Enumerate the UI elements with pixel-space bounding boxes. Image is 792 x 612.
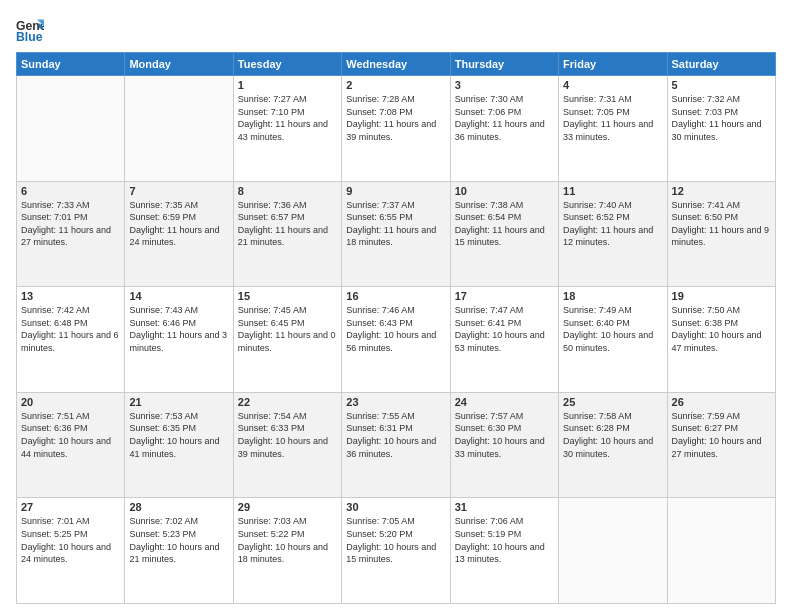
calendar-cell: 11Sunrise: 7:40 AM Sunset: 6:52 PM Dayli…: [559, 181, 667, 287]
day-number: 12: [672, 185, 771, 197]
day-number: 19: [672, 290, 771, 302]
day-number: 14: [129, 290, 228, 302]
cell-details: Sunrise: 7:42 AM Sunset: 6:48 PM Dayligh…: [21, 304, 120, 354]
calendar-cell: 15Sunrise: 7:45 AM Sunset: 6:45 PM Dayli…: [233, 287, 341, 393]
calendar-cell: 9Sunrise: 7:37 AM Sunset: 6:55 PM Daylig…: [342, 181, 450, 287]
weekday-header: Monday: [125, 53, 233, 76]
weekday-header: Wednesday: [342, 53, 450, 76]
day-number: 28: [129, 501, 228, 513]
logo: General Blue: [16, 16, 48, 44]
day-number: 29: [238, 501, 337, 513]
cell-details: Sunrise: 7:37 AM Sunset: 6:55 PM Dayligh…: [346, 199, 445, 249]
cell-details: Sunrise: 7:50 AM Sunset: 6:38 PM Dayligh…: [672, 304, 771, 354]
calendar-cell: [667, 498, 775, 604]
calendar-cell: 4Sunrise: 7:31 AM Sunset: 7:05 PM Daylig…: [559, 76, 667, 182]
cell-details: Sunrise: 7:01 AM Sunset: 5:25 PM Dayligh…: [21, 515, 120, 565]
cell-details: Sunrise: 7:27 AM Sunset: 7:10 PM Dayligh…: [238, 93, 337, 143]
calendar-week-row: 6Sunrise: 7:33 AM Sunset: 7:01 PM Daylig…: [17, 181, 776, 287]
calendar-cell: 23Sunrise: 7:55 AM Sunset: 6:31 PM Dayli…: [342, 392, 450, 498]
calendar-cell: 13Sunrise: 7:42 AM Sunset: 6:48 PM Dayli…: [17, 287, 125, 393]
day-number: 4: [563, 79, 662, 91]
cell-details: Sunrise: 7:49 AM Sunset: 6:40 PM Dayligh…: [563, 304, 662, 354]
calendar-cell: 1Sunrise: 7:27 AM Sunset: 7:10 PM Daylig…: [233, 76, 341, 182]
cell-details: Sunrise: 7:33 AM Sunset: 7:01 PM Dayligh…: [21, 199, 120, 249]
calendar-cell: 22Sunrise: 7:54 AM Sunset: 6:33 PM Dayli…: [233, 392, 341, 498]
calendar-cell: 20Sunrise: 7:51 AM Sunset: 6:36 PM Dayli…: [17, 392, 125, 498]
day-number: 23: [346, 396, 445, 408]
day-number: 26: [672, 396, 771, 408]
day-number: 6: [21, 185, 120, 197]
cell-details: Sunrise: 7:59 AM Sunset: 6:27 PM Dayligh…: [672, 410, 771, 460]
calendar-week-row: 27Sunrise: 7:01 AM Sunset: 5:25 PM Dayli…: [17, 498, 776, 604]
day-number: 7: [129, 185, 228, 197]
cell-details: Sunrise: 7:43 AM Sunset: 6:46 PM Dayligh…: [129, 304, 228, 354]
calendar-cell: 28Sunrise: 7:02 AM Sunset: 5:23 PM Dayli…: [125, 498, 233, 604]
cell-details: Sunrise: 7:55 AM Sunset: 6:31 PM Dayligh…: [346, 410, 445, 460]
svg-text:Blue: Blue: [16, 30, 43, 44]
calendar-header-row: SundayMondayTuesdayWednesdayThursdayFrid…: [17, 53, 776, 76]
calendar-cell: 25Sunrise: 7:58 AM Sunset: 6:28 PM Dayli…: [559, 392, 667, 498]
weekday-header: Tuesday: [233, 53, 341, 76]
cell-details: Sunrise: 7:35 AM Sunset: 6:59 PM Dayligh…: [129, 199, 228, 249]
weekday-header: Thursday: [450, 53, 558, 76]
day-number: 13: [21, 290, 120, 302]
cell-details: Sunrise: 7:47 AM Sunset: 6:41 PM Dayligh…: [455, 304, 554, 354]
calendar-week-row: 1Sunrise: 7:27 AM Sunset: 7:10 PM Daylig…: [17, 76, 776, 182]
cell-details: Sunrise: 7:57 AM Sunset: 6:30 PM Dayligh…: [455, 410, 554, 460]
calendar-cell: [125, 76, 233, 182]
calendar-cell: 24Sunrise: 7:57 AM Sunset: 6:30 PM Dayli…: [450, 392, 558, 498]
calendar-cell: 12Sunrise: 7:41 AM Sunset: 6:50 PM Dayli…: [667, 181, 775, 287]
calendar-cell: [17, 76, 125, 182]
logo-icon: General Blue: [16, 16, 44, 44]
cell-details: Sunrise: 7:51 AM Sunset: 6:36 PM Dayligh…: [21, 410, 120, 460]
day-number: 1: [238, 79, 337, 91]
calendar-cell: 5Sunrise: 7:32 AM Sunset: 7:03 PM Daylig…: [667, 76, 775, 182]
day-number: 8: [238, 185, 337, 197]
day-number: 10: [455, 185, 554, 197]
header: General Blue: [16, 16, 776, 44]
calendar: SundayMondayTuesdayWednesdayThursdayFrid…: [16, 52, 776, 604]
weekday-header: Friday: [559, 53, 667, 76]
day-number: 3: [455, 79, 554, 91]
calendar-week-row: 20Sunrise: 7:51 AM Sunset: 6:36 PM Dayli…: [17, 392, 776, 498]
calendar-cell: 7Sunrise: 7:35 AM Sunset: 6:59 PM Daylig…: [125, 181, 233, 287]
calendar-cell: 10Sunrise: 7:38 AM Sunset: 6:54 PM Dayli…: [450, 181, 558, 287]
calendar-cell: 16Sunrise: 7:46 AM Sunset: 6:43 PM Dayli…: [342, 287, 450, 393]
calendar-cell: [559, 498, 667, 604]
day-number: 31: [455, 501, 554, 513]
calendar-cell: 31Sunrise: 7:06 AM Sunset: 5:19 PM Dayli…: [450, 498, 558, 604]
calendar-cell: 6Sunrise: 7:33 AM Sunset: 7:01 PM Daylig…: [17, 181, 125, 287]
day-number: 20: [21, 396, 120, 408]
day-number: 9: [346, 185, 445, 197]
day-number: 18: [563, 290, 662, 302]
cell-details: Sunrise: 7:32 AM Sunset: 7:03 PM Dayligh…: [672, 93, 771, 143]
day-number: 22: [238, 396, 337, 408]
day-number: 2: [346, 79, 445, 91]
calendar-cell: 19Sunrise: 7:50 AM Sunset: 6:38 PM Dayli…: [667, 287, 775, 393]
cell-details: Sunrise: 7:53 AM Sunset: 6:35 PM Dayligh…: [129, 410, 228, 460]
cell-details: Sunrise: 7:36 AM Sunset: 6:57 PM Dayligh…: [238, 199, 337, 249]
calendar-cell: 14Sunrise: 7:43 AM Sunset: 6:46 PM Dayli…: [125, 287, 233, 393]
cell-details: Sunrise: 7:58 AM Sunset: 6:28 PM Dayligh…: [563, 410, 662, 460]
weekday-header: Sunday: [17, 53, 125, 76]
day-number: 16: [346, 290, 445, 302]
cell-details: Sunrise: 7:46 AM Sunset: 6:43 PM Dayligh…: [346, 304, 445, 354]
calendar-week-row: 13Sunrise: 7:42 AM Sunset: 6:48 PM Dayli…: [17, 287, 776, 393]
cell-details: Sunrise: 7:05 AM Sunset: 5:20 PM Dayligh…: [346, 515, 445, 565]
calendar-cell: 8Sunrise: 7:36 AM Sunset: 6:57 PM Daylig…: [233, 181, 341, 287]
cell-details: Sunrise: 7:31 AM Sunset: 7:05 PM Dayligh…: [563, 93, 662, 143]
day-number: 24: [455, 396, 554, 408]
cell-details: Sunrise: 7:38 AM Sunset: 6:54 PM Dayligh…: [455, 199, 554, 249]
cell-details: Sunrise: 7:30 AM Sunset: 7:06 PM Dayligh…: [455, 93, 554, 143]
day-number: 30: [346, 501, 445, 513]
calendar-cell: 2Sunrise: 7:28 AM Sunset: 7:08 PM Daylig…: [342, 76, 450, 182]
day-number: 5: [672, 79, 771, 91]
day-number: 15: [238, 290, 337, 302]
day-number: 21: [129, 396, 228, 408]
day-number: 27: [21, 501, 120, 513]
calendar-cell: 21Sunrise: 7:53 AM Sunset: 6:35 PM Dayli…: [125, 392, 233, 498]
cell-details: Sunrise: 7:02 AM Sunset: 5:23 PM Dayligh…: [129, 515, 228, 565]
cell-details: Sunrise: 7:54 AM Sunset: 6:33 PM Dayligh…: [238, 410, 337, 460]
calendar-cell: 26Sunrise: 7:59 AM Sunset: 6:27 PM Dayli…: [667, 392, 775, 498]
cell-details: Sunrise: 7:45 AM Sunset: 6:45 PM Dayligh…: [238, 304, 337, 354]
